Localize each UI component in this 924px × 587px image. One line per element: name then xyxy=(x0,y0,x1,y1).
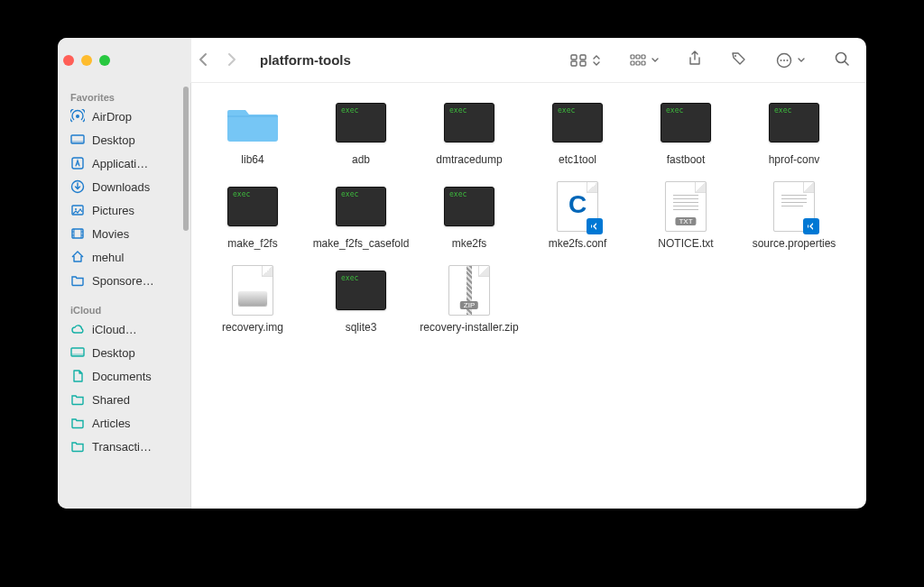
traffic-lights xyxy=(58,38,191,83)
back-button[interactable] xyxy=(197,51,209,69)
sidebar-item-desktop[interactable]: Desktop xyxy=(58,341,190,364)
desktop-icon xyxy=(70,345,85,360)
folder-icon xyxy=(224,99,282,146)
minimize-button[interactable] xyxy=(81,55,92,66)
file-item[interactable]: recovery.img xyxy=(199,267,307,344)
view-mode-button[interactable] xyxy=(570,54,601,67)
svg-rect-6 xyxy=(642,55,645,59)
file-item[interactable]: lib64 xyxy=(199,99,307,176)
file-item[interactable]: sqlite3 xyxy=(307,267,415,344)
sidebar-item-movies[interactable]: Movies xyxy=(58,222,190,245)
txt-file-icon: TXT xyxy=(657,183,715,230)
search-button[interactable] xyxy=(834,50,850,70)
exec-icon xyxy=(440,183,498,230)
file-name: adb xyxy=(352,153,370,167)
toolbar: platform-tools xyxy=(191,38,866,83)
nav-arrows xyxy=(197,51,238,69)
file-name: recovery-installer.zip xyxy=(420,321,518,335)
window-title: platform-tools xyxy=(260,52,351,68)
applications-icon xyxy=(70,156,85,170)
file-item[interactable]: make_f2fs_casefold xyxy=(307,183,415,260)
file-name: source.properties xyxy=(753,237,836,251)
sidebar-item-label: AirDrop xyxy=(92,110,181,124)
file-item[interactable]: source.properties xyxy=(740,183,848,260)
sidebar-item-label: Documents xyxy=(92,370,181,383)
file-name: make_f2fs_casefold xyxy=(313,237,410,251)
file-name: fastboot xyxy=(667,153,706,167)
sidebar-section-label: Favorites xyxy=(58,88,190,105)
svg-point-13 xyxy=(783,60,785,61)
group-button[interactable] xyxy=(630,54,659,67)
home-icon xyxy=(70,250,85,264)
sidebar-item-shared[interactable]: Shared xyxy=(58,388,190,411)
sidebar-item-label: Downloads xyxy=(92,180,181,194)
downloads-icon xyxy=(70,179,85,194)
file-name: sqlite3 xyxy=(346,321,377,335)
file-name: mke2fs.conf xyxy=(549,237,607,251)
toolbar-actions xyxy=(570,50,866,70)
file-item[interactable]: adb xyxy=(307,99,415,176)
sidebar-item-sponsore-[interactable]: Sponsore… xyxy=(58,269,190,292)
sidebar-item-downloads[interactable]: Downloads xyxy=(58,175,190,198)
file-name: NOTICE.txt xyxy=(658,237,713,251)
sidebar-item-mehul[interactable]: mehul xyxy=(58,245,190,269)
sidebar-item-label: Sponsore… xyxy=(92,274,181,288)
file-item[interactable]: hprof-conv xyxy=(740,99,848,176)
file-name: recovery.img xyxy=(222,321,283,335)
file-name: make_f2fs xyxy=(227,237,277,251)
folder-icon xyxy=(70,416,85,430)
svg-rect-0 xyxy=(571,55,577,60)
svg-point-12 xyxy=(781,60,782,61)
sidebar-item-desktop[interactable]: Desktop xyxy=(58,128,190,151)
zip-file-icon: ZIP xyxy=(440,267,498,314)
sidebar-section-label: iCloud xyxy=(58,301,190,317)
sidebar-item-pictures[interactable]: Pictures xyxy=(58,198,190,222)
sidebar-item-airdrop[interactable]: AirDrop xyxy=(58,105,190,128)
file-name: mke2fs xyxy=(452,237,487,251)
sidebar-item-icloud-[interactable]: iCloud… xyxy=(58,317,190,341)
svg-rect-1 xyxy=(580,55,586,60)
file-item[interactable]: Cmke2fs.conf xyxy=(523,183,632,260)
exec-icon xyxy=(332,99,390,146)
exec-icon xyxy=(332,267,390,314)
svg-rect-18 xyxy=(71,141,84,143)
window-body: FavoritesAirDropDesktopApplicati…Downloa… xyxy=(58,83,866,509)
share-button[interactable] xyxy=(688,50,702,70)
movies-icon xyxy=(70,226,85,241)
sidebar-item-documents[interactable]: Documents xyxy=(58,364,190,388)
sidebar: FavoritesAirDropDesktopApplicati…Downloa… xyxy=(58,83,191,509)
svg-point-16 xyxy=(76,115,79,118)
pictures-icon xyxy=(70,203,85,217)
close-button[interactable] xyxy=(63,55,74,66)
svg-rect-9 xyxy=(642,61,645,65)
svg-point-22 xyxy=(75,208,77,210)
sidebar-item-label: mehul xyxy=(92,251,181,264)
exec-icon xyxy=(657,99,715,146)
c-file-icon: C xyxy=(549,183,606,230)
tags-button[interactable] xyxy=(731,51,747,69)
file-item[interactable]: TXTNOTICE.txt xyxy=(632,183,740,260)
exec-icon xyxy=(765,99,823,146)
sidebar-scrollbar[interactable] xyxy=(183,87,189,231)
maximize-button[interactable] xyxy=(99,55,110,66)
sidebar-item-transacti-[interactable]: Transacti… xyxy=(58,435,190,458)
file-name: etc1tool xyxy=(559,153,596,167)
airdrop-icon xyxy=(70,109,85,124)
sidebar-item-articles[interactable]: Articles xyxy=(58,411,190,435)
exec-icon xyxy=(549,99,606,146)
file-item[interactable]: mke2fs xyxy=(415,183,523,260)
action-menu-button[interactable] xyxy=(776,52,805,69)
file-item[interactable]: etc1tool xyxy=(523,99,632,176)
file-item[interactable]: fastboot xyxy=(632,99,740,176)
file-item[interactable]: ZIPrecovery-installer.zip xyxy=(415,267,523,344)
exec-icon xyxy=(224,183,282,230)
folder-icon xyxy=(70,439,85,454)
sidebar-item-label: Desktop xyxy=(92,133,181,147)
file-grid: lib64adbdmtracedumpetc1toolfastboothprof… xyxy=(191,83,866,509)
file-item[interactable]: make_f2fs xyxy=(199,183,307,260)
sidebar-item-applicati-[interactable]: Applicati… xyxy=(58,151,190,175)
sidebar-item-label: Desktop xyxy=(92,346,181,360)
file-item[interactable]: dmtracedump xyxy=(415,99,523,176)
svg-point-10 xyxy=(735,55,736,57)
forward-button[interactable] xyxy=(226,51,238,69)
